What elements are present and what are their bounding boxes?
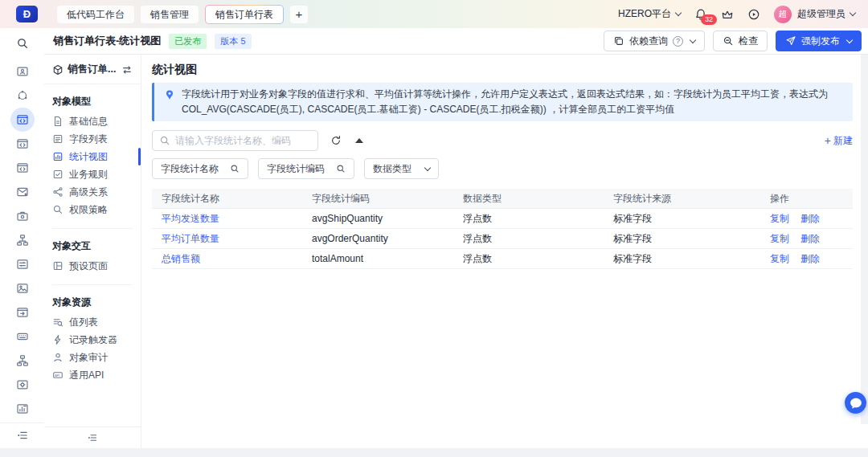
filter-label: 数据类型 [373,162,411,176]
check-label: 检查 [739,35,758,48]
collapse-filters-icon[interactable] [355,138,363,143]
stat-code-cell: totalAmount [302,253,453,264]
new-button-label: 新建 [833,134,853,148]
sidebar-item-object-audit[interactable]: 对象审计 [52,349,133,366]
copy-link[interactable]: 复制 [770,232,789,246]
item-label: 对象审计 [69,351,108,365]
collapse-menu-icon [87,432,98,443]
org-chart-icon [16,234,29,247]
filter-stat-name[interactable]: 字段统计名称 [152,158,248,179]
page-designer-icon [16,137,29,150]
tab-sales-order-line[interactable]: 销售订单行表 [206,6,283,23]
chevron-down-icon [846,36,853,43]
source-cell: 标准字段 [604,232,760,246]
item-label: 统计视图 [69,150,108,164]
filter-stat-code[interactable]: 字段统计编码 [258,158,354,179]
table-header-row: 字段统计名称 字段统计编码 数据类型 字段统计来源 操作 [152,189,853,209]
lightning-icon [52,334,63,345]
stat-name-link[interactable]: 平均订单数量 [162,233,219,244]
sidebar-item-permission-policy[interactable]: 权限策略 [52,201,133,218]
sidebar-collapse-button[interactable] [44,426,141,448]
delete-link[interactable]: 删除 [800,252,820,266]
mail-settings-icon [16,186,29,198]
item-label: 预设页面 [69,259,108,273]
stat-name-link[interactable]: 总销售额 [162,253,200,264]
sidebar-item-general-api[interactable]: 通用API [52,366,133,384]
stat-name-link[interactable]: 平均发送数量 [162,213,219,224]
data-type-cell: 浮点数 [453,232,604,246]
chevron-down-icon [424,164,431,170]
tab-lowcode-workbench[interactable]: 低代码工作台 [57,6,134,23]
sidebar-item-basic-info[interactable]: 基础信息 [52,112,133,130]
rail-app-card[interactable] [10,59,35,84]
new-tab-button[interactable]: + [290,6,308,23]
sidebar-item-value-list[interactable]: 值列表 [52,313,133,331]
rail-keyboard[interactable] [10,324,35,349]
tour-button[interactable] [747,8,760,21]
rail-list-settings[interactable] [10,252,35,276]
item-label: 业务规则 [69,168,108,182]
keyboard-icon [16,330,29,343]
search-icon [16,37,29,50]
rail-collapse-button[interactable] [0,422,44,448]
rail-org-structure[interactable] [10,228,35,252]
sidebar-item-field-list[interactable]: 字段列表 [52,130,133,148]
rail-card-settings[interactable] [10,373,35,397]
sidebar-item-business-rules[interactable]: 业务规则 [52,165,133,183]
rail-report-chart[interactable] [10,397,35,421]
search-icon [159,135,170,146]
app-logo-icon[interactable]: Ð [16,6,38,22]
bulb-pin-icon [164,87,175,117]
sidebar-item-advanced-relations[interactable]: 高级关系 [52,183,133,201]
copy-link[interactable]: 复制 [770,252,789,266]
switch-object-icon[interactable] [121,64,133,75]
api-icon [52,369,63,381]
help-icon: ? [673,36,683,47]
version-badge: 版本 5 [215,34,251,49]
global-search-button[interactable] [16,37,29,50]
delete-link[interactable]: 删除 [800,212,820,226]
stat-code-cell: avgShipQuantity [302,213,453,224]
rail-object-designer[interactable] [10,108,35,132]
assistant-button[interactable] [845,392,866,414]
dependency-query-button[interactable]: 依赖查询 ? [604,31,705,51]
rail-asset-settings[interactable] [10,276,35,300]
sidebar-item-statistics-view[interactable]: 统计视图 [52,148,133,165]
field-list-icon [52,133,63,145]
rail-flow-designer[interactable] [10,156,35,180]
report-chart-icon [16,402,29,415]
top-bar: Ð 低代码工作台 销售管理 销售订单行表 + HZERO平台 32 超 超级管理… [0,0,868,28]
notifications-button[interactable]: 32 [694,8,707,21]
force-publish-button[interactable]: 强制发布 [776,31,862,51]
document-icon [52,116,63,127]
refresh-button[interactable] [330,135,342,146]
rail-message-settings[interactable] [10,180,35,204]
window-arrow-icon [16,306,29,319]
rail-archive-settings[interactable] [10,204,35,228]
username: 超级管理员 [797,7,845,21]
rail-page-designer[interactable] [10,132,35,156]
search-input[interactable] [175,135,311,146]
col-header-data-type: 数据类型 [453,192,604,206]
scrollbar-track[interactable] [861,55,868,424]
delete-link[interactable]: 删除 [800,232,820,246]
rail-community[interactable] [10,84,35,108]
refresh-icon [330,135,342,146]
copy-link[interactable]: 复制 [770,212,789,226]
copy-icon [613,35,624,47]
sidebar-item-record-trigger[interactable]: 记录触发器 [52,331,133,349]
filter-chips: 字段统计名称 字段统计编码 数据类型 [152,158,853,179]
user-menu[interactable]: 超 超级管理员 [774,6,855,23]
force-publish-label: 强制发布 [801,35,840,48]
new-button[interactable]: + 新建 [825,134,853,148]
rail-flow-chart[interactable] [10,349,35,373]
market-button[interactable] [721,8,734,21]
filter-data-type[interactable]: 数据类型 [364,158,439,179]
check-button[interactable]: 检查 [713,31,768,51]
send-icon [785,35,796,47]
object-header-bar: 销售订单行表-统计视图 已发布 版本 5 依赖查询 ? 检查 强制发布 [44,28,868,55]
sidebar-item-preset-pages[interactable]: 预设页面 [52,257,133,275]
platform-menu[interactable]: HZERO平台 [618,7,681,21]
tab-sales-management[interactable]: 销售管理 [141,6,199,23]
rail-window-export[interactable] [10,300,35,324]
